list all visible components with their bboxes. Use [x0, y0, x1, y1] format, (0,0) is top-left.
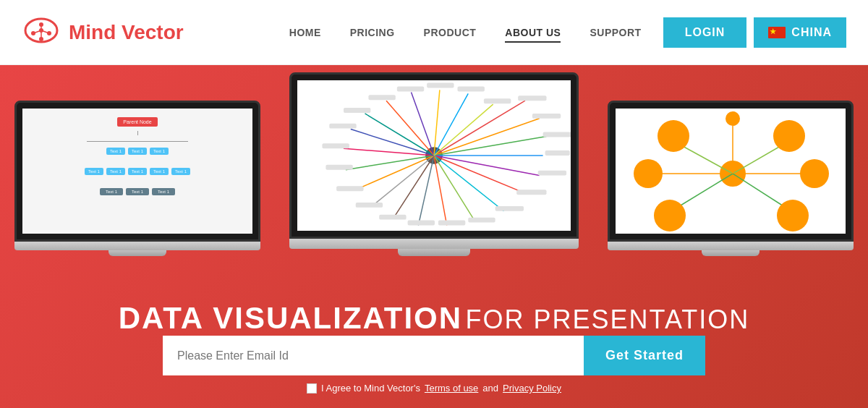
nav-home[interactable]: HOME — [289, 27, 321, 38]
laptop-center — [275, 72, 593, 256]
laptop-right-base — [608, 242, 854, 250]
svg-line-27 — [365, 114, 434, 156]
svg-point-66 — [654, 200, 686, 231]
svg-line-28 — [386, 101, 434, 156]
svg-point-63 — [773, 120, 805, 152]
laptop-right-stand — [702, 250, 760, 256]
laptop-left-base — [14, 242, 260, 250]
email-row: Get Started — [163, 336, 705, 375]
terms-and: and — [482, 383, 498, 394]
logo-icon — [22, 14, 61, 51]
svg-point-65 — [800, 159, 829, 188]
svg-line-60 — [673, 174, 733, 210]
svg-rect-33 — [518, 95, 546, 101]
svg-line-61 — [733, 174, 789, 210]
svg-line-32 — [434, 104, 493, 156]
laptop-center-stand — [398, 249, 470, 256]
laptop-right-screen — [616, 109, 846, 234]
laptop-left-stand — [109, 250, 166, 256]
svg-rect-41 — [438, 221, 465, 226]
china-flag-icon — [768, 27, 786, 38]
svg-point-62 — [658, 120, 689, 152]
svg-rect-49 — [344, 108, 370, 113]
svg-rect-48 — [329, 124, 356, 129]
svg-line-31 — [434, 93, 468, 156]
svg-point-64 — [634, 159, 663, 188]
laptop-right-screen-wrapper — [608, 101, 854, 242]
china-button[interactable]: CHINA — [754, 17, 846, 48]
svg-rect-53 — [457, 87, 484, 92]
svg-rect-35 — [543, 132, 571, 137]
terms-row: I Agree to Mind Vector's Terms of use an… — [307, 383, 561, 394]
svg-line-17 — [434, 156, 503, 211]
parent-node: Parent Node — [117, 117, 157, 127]
laptop-left: Parent Node Text 1 Text 1 Text 1 Text 1 … — [0, 101, 275, 256]
header-actions: LOGIN CHINA — [663, 17, 846, 48]
header: Mind Vector HOME PRICING PRODUCT ABOUT U… — [0, 0, 868, 65]
laptop-left-screen: Parent Node Text 1 Text 1 Text 1 Text 1 … — [22, 109, 252, 234]
svg-rect-43 — [379, 215, 406, 220]
svg-rect-46 — [326, 165, 352, 170]
svg-rect-36 — [545, 150, 570, 156]
svg-point-9 — [39, 28, 43, 33]
china-label: CHINA — [791, 26, 832, 39]
nav-pricing[interactable]: PRICING — [350, 27, 395, 38]
svg-line-26 — [351, 129, 434, 156]
svg-point-68 — [726, 111, 740, 126]
bubble-mindmap — [616, 109, 846, 234]
terms-of-use-link[interactable]: Terms of use — [425, 383, 478, 394]
svg-rect-44 — [356, 203, 383, 208]
svg-rect-52 — [427, 83, 454, 88]
svg-line-29 — [412, 92, 435, 156]
svg-rect-40 — [468, 218, 495, 223]
laptop-center-base — [289, 239, 579, 249]
login-button[interactable]: LOGIN — [663, 17, 747, 48]
get-started-button[interactable]: Get Started — [584, 336, 705, 375]
radial-mindmap — [297, 80, 571, 231]
nav-about[interactable]: ABOUT US — [505, 27, 561, 38]
svg-rect-50 — [368, 95, 395, 100]
terms-text: I Agree to Mind Vector's — [321, 383, 420, 394]
logo-link[interactable]: Mind Vector — [22, 14, 184, 51]
email-input[interactable] — [163, 336, 584, 375]
laptop-left-screen-wrapper: Parent Node Text 1 Text 1 Text 1 Text 1 … — [14, 101, 260, 242]
svg-rect-39 — [495, 206, 524, 211]
laptops-container: Parent Node Text 1 Text 1 Text 1 Text 1 … — [0, 72, 868, 256]
svg-rect-38 — [516, 190, 546, 195]
svg-rect-47 — [322, 143, 349, 148]
svg-rect-42 — [408, 221, 435, 226]
laptop-right — [593, 101, 868, 256]
main-nav: HOME PRICING PRODUCT ABOUT US SUPPORT — [289, 27, 642, 38]
hero-text: DATA VISUALIZATION FOR PRESENTATION — [0, 301, 868, 336]
svg-line-25 — [344, 148, 434, 156]
svg-rect-37 — [538, 171, 566, 176]
hero-title-light: FOR PRESENTATION — [466, 305, 750, 334]
svg-line-24 — [346, 156, 434, 170]
email-form-area: Get Started I Agree to Mind Vector's Ter… — [0, 336, 868, 394]
svg-line-23 — [356, 156, 434, 190]
privacy-policy-link[interactable]: Privacy Policy — [503, 383, 561, 394]
svg-rect-51 — [397, 87, 424, 92]
terms-checkbox[interactable] — [307, 383, 317, 394]
laptop-center-screen-wrapper — [289, 72, 579, 239]
laptop-center-screen — [297, 80, 571, 231]
svg-rect-54 — [484, 98, 511, 103]
svg-line-16 — [434, 156, 525, 193]
nav-support[interactable]: SUPPORT — [590, 27, 641, 38]
svg-line-15 — [434, 156, 540, 176]
left-mind-diagram: Parent Node Text 1 Text 1 Text 1 Text 1 … — [28, 114, 247, 195]
hero-title-bold: DATA VISUALIZATION — [119, 301, 462, 335]
hero-section: Parent Node Text 1 Text 1 Text 1 Text 1 … — [0, 65, 868, 408]
svg-point-67 — [777, 200, 809, 231]
nav-product[interactable]: PRODUCT — [424, 27, 477, 38]
svg-rect-45 — [336, 186, 363, 191]
logo-text: Mind Vector — [69, 21, 184, 44]
svg-rect-34 — [532, 114, 561, 119]
